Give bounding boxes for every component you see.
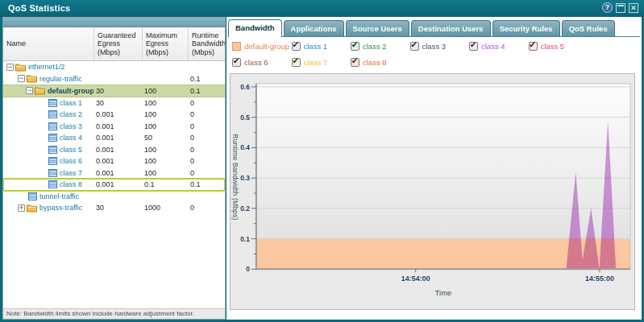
table-row-bypass-traffic[interactable]: +bypass-traffic3010000 xyxy=(3,202,225,214)
legend-item-class-1[interactable]: ✔class 1 xyxy=(292,38,351,54)
x-tick-label: 14:54:00 xyxy=(401,275,430,283)
cell-g-value: 30 xyxy=(93,99,142,107)
tree-node-label: class 4 xyxy=(60,134,82,142)
legend-item-class-2[interactable]: ✔class 2 xyxy=(351,38,410,54)
cell-r-value: 0 xyxy=(188,122,225,130)
class-icon xyxy=(48,134,57,142)
expand-icon[interactable]: + xyxy=(18,204,25,212)
cell-m-value: 1000 xyxy=(142,204,188,212)
tree-cell: class 6 xyxy=(3,157,93,165)
legend-item-default-group[interactable]: default-group xyxy=(232,38,292,54)
collapse-icon[interactable]: − xyxy=(26,87,33,94)
legend-item-class-4[interactable]: ✔class 4 xyxy=(469,38,529,54)
legend-item-class-7[interactable]: ✔class 7 xyxy=(292,54,351,70)
checkbox-icon[interactable]: ✔ xyxy=(529,42,538,51)
table-row-class-1[interactable]: class 1301000 xyxy=(3,97,225,109)
y-tick-label: 0 xyxy=(246,265,250,273)
tree-cell: tunnel-traffic xyxy=(3,192,93,200)
class-icon xyxy=(28,192,37,200)
x-axis-label: Time xyxy=(435,288,452,297)
legend-label: class 6 xyxy=(244,58,268,67)
tree-cell: class 3 xyxy=(3,122,93,130)
cell-r-value: 0.1 xyxy=(188,87,225,95)
table-row-class-8[interactable]: class 80.0010.10.1 xyxy=(3,179,225,191)
cell-r-value: 0 xyxy=(188,110,225,118)
checkmark-icon: ✔ xyxy=(351,56,358,65)
tree-node-label: default-group xyxy=(48,87,93,95)
tree-cell: class 1 xyxy=(3,99,93,107)
table-row-ethernet1-2[interactable]: −ethernet1/2 xyxy=(3,61,225,73)
legend-item-class-8[interactable]: ✔class 8 xyxy=(351,54,410,70)
cell-r-value: 0 xyxy=(188,169,225,177)
checkbox-icon[interactable]: ✔ xyxy=(410,42,419,51)
cell-m-value: 100 xyxy=(142,122,188,130)
folder-icon xyxy=(27,204,37,213)
cell-m-value: 100 xyxy=(142,157,188,165)
class-icon xyxy=(48,180,57,188)
cell-g-value: 0.001 xyxy=(93,169,142,177)
tree-node-label: class 7 xyxy=(60,169,82,177)
checkmark-icon: ✔ xyxy=(470,40,476,49)
column-header-maximum[interactable]: Maximum Egress (Mbps) xyxy=(142,27,188,60)
y-tick-label: 0.6 xyxy=(240,83,250,91)
collapse-icon[interactable]: − xyxy=(6,64,14,71)
table-row-class-4[interactable]: class 40.001500 xyxy=(3,132,225,144)
tree-cell: −regular-traffic xyxy=(3,74,93,83)
column-header-runtime[interactable]: Runtime Bandwidth (Mbps) xyxy=(188,27,225,60)
footnote: Note: Bandwidth limits shown include har… xyxy=(3,308,225,319)
legend-item-class-5[interactable]: ✔class 5 xyxy=(529,38,588,54)
table-row-tunnel-traffic[interactable]: tunnel-traffic xyxy=(3,191,225,203)
tab-qos-rules[interactable]: QoS Rules xyxy=(562,20,615,36)
tree-node-label: class 8 xyxy=(60,180,82,188)
tab-destination-users[interactable]: Destination Users xyxy=(411,20,491,36)
tab-source-users[interactable]: Source Users xyxy=(346,20,409,36)
table-row-class-3[interactable]: class 30.0011000 xyxy=(3,121,225,133)
checkbox-icon[interactable]: ✔ xyxy=(351,42,359,51)
checkbox-icon[interactable]: ✔ xyxy=(292,58,301,67)
tree-node-label: bypass-traffic xyxy=(39,204,82,212)
cell-m-value: 100 xyxy=(142,169,188,177)
tree-node-label: regular-traffic xyxy=(39,75,82,83)
checkmark-icon: ✔ xyxy=(351,40,358,49)
tree-node-label: class 6 xyxy=(60,157,82,165)
table-row-default-group[interactable]: −default-group301000.1 xyxy=(3,85,225,97)
table-row-class-5[interactable]: class 50.0011000 xyxy=(3,144,225,156)
cell-m-value: 100 xyxy=(142,99,188,107)
cell-g-value: 0.001 xyxy=(93,146,142,154)
checkbox-icon[interactable]: ✔ xyxy=(351,58,359,67)
bandwidth-chart-panel: 00.10.20.30.40.50.614:54:0014:55:00Time … xyxy=(230,73,635,310)
cell-m-value: 0.1 xyxy=(142,180,188,188)
tab-security-rules[interactable]: Security Rules xyxy=(492,20,560,36)
table-row-class-7[interactable]: class 70.0011000 xyxy=(3,167,225,180)
tab-bandwidth[interactable]: Bandwidth xyxy=(228,19,282,37)
tree-node-label: class 3 xyxy=(60,122,82,130)
table-row-class-2[interactable]: class 20.0011000 xyxy=(3,109,225,121)
legend-item-class-3[interactable]: ✔class 3 xyxy=(410,38,470,54)
legend-label: class 8 xyxy=(363,58,387,67)
tab-applications[interactable]: Applications xyxy=(284,20,344,36)
cell-g-value: 0.001 xyxy=(93,110,142,118)
checkbox-icon[interactable]: ✔ xyxy=(469,42,478,51)
cell-r-value: 0 xyxy=(188,134,225,142)
legend-item-class-6[interactable]: ✔class 6 xyxy=(232,54,292,70)
cell-r-value: 0 xyxy=(188,146,225,154)
collapse-icon[interactable]: − xyxy=(18,75,25,82)
y-tick-label: 0.5 xyxy=(240,114,250,122)
restore-icon[interactable] xyxy=(616,3,625,13)
tree-cell: class 5 xyxy=(3,146,93,154)
checkbox-icon[interactable]: ✔ xyxy=(232,58,241,67)
tree-cell: class 2 xyxy=(3,110,93,118)
legend-label: class 1 xyxy=(304,42,328,51)
qos-statistics-window: QoS Statistics ? ✕ NameGuaranteed Egress… xyxy=(0,0,644,322)
checkbox-icon[interactable]: ✔ xyxy=(292,42,301,51)
title-bar: QoS Statistics ? ✕ xyxy=(0,0,644,17)
cell-r-value: 0 xyxy=(188,204,225,212)
column-header-guaranteed[interactable]: Guaranteed Egress (Mbps) xyxy=(93,27,142,60)
column-header-name[interactable]: Name xyxy=(3,27,93,60)
close-icon[interactable]: ✕ xyxy=(629,3,638,13)
table-row-class-6[interactable]: class 60.0011000 xyxy=(3,155,225,167)
help-icon[interactable]: ? xyxy=(602,2,613,13)
tree-cell: class 8 xyxy=(3,180,93,188)
class-icon xyxy=(48,122,57,130)
table-row-regular-traffic[interactable]: −regular-traffic0.1 xyxy=(3,73,225,85)
